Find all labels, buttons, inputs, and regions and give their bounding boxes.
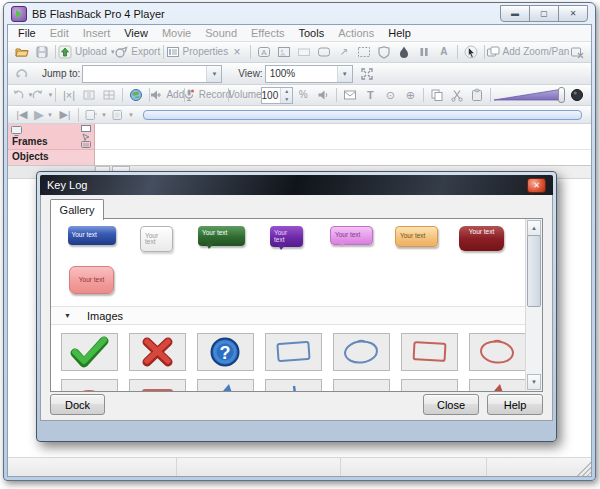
menu-item[interactable]: Insert [76, 26, 118, 40]
delete-object-button[interactable]: × [227, 44, 247, 60]
help-button[interactable]: Help [487, 394, 543, 415]
speed-slider[interactable] [494, 88, 562, 102]
add-blur-button[interactable] [394, 44, 414, 60]
callout-shape[interactable]: Your text [68, 226, 116, 245]
prev-frame-button[interactable]: ▼ [82, 107, 109, 123]
timeline-frames-row[interactable]: Frames [8, 124, 591, 150]
seek-bar[interactable] [143, 110, 582, 120]
minimize-button[interactable]: ▬ [500, 5, 530, 22]
menu-item[interactable]: Effects [244, 26, 291, 40]
record-sound-button[interactable]: Record [188, 87, 225, 103]
speed-reset-button[interactable] [567, 87, 587, 103]
gallery-image-cell[interactable] [333, 333, 390, 371]
jump-to-dropdown-button[interactable]: ▼ [206, 66, 221, 82]
maximize-button[interactable]: ▢ [529, 5, 559, 22]
gallery-image-cell[interactable] [401, 379, 458, 391]
timeline-objects-row[interactable]: Objects [8, 150, 591, 166]
menu-item[interactable]: Movie [155, 26, 198, 40]
next-frame-button[interactable]: ▼ [109, 107, 136, 123]
menu-item[interactable]: Help [381, 26, 418, 40]
cut-frames-button[interactable] [447, 87, 467, 103]
tab-gallery[interactable]: Gallery [50, 199, 104, 220]
fullscreen-button[interactable] [357, 66, 377, 82]
gallery-image-cell[interactable] [265, 379, 322, 391]
gallery-scroll-thumb[interactable] [527, 235, 541, 307]
timeline-frames-header[interactable]: Frames [8, 124, 95, 150]
insert-frames-button[interactable] [99, 87, 119, 103]
add-frame-button[interactable] [314, 44, 334, 60]
close-button[interactable]: ✕ [558, 5, 588, 22]
menu-item[interactable]: File [11, 26, 43, 40]
play-button[interactable]: ▶▼ [32, 107, 55, 123]
speed-slider-handle[interactable] [558, 87, 565, 103]
add-sound-button[interactable]: Add [153, 87, 181, 103]
export-button[interactable]: Export [115, 44, 160, 60]
images-section-header[interactable]: ▼ Images [51, 306, 526, 325]
back-button[interactable] [12, 66, 32, 82]
add-framestamp-button[interactable] [354, 44, 374, 60]
menu-item[interactable]: View [117, 26, 155, 40]
add-note-button[interactable] [340, 87, 360, 103]
callout-shape[interactable]: Your text [330, 226, 373, 245]
view-zoom-combobox[interactable]: 100% ▼ [265, 65, 353, 83]
callout-shape[interactable]: Your text [69, 266, 114, 294]
go-to-end-button[interactable]: ▶| [55, 107, 75, 123]
gallery-image-cell[interactable] [197, 379, 254, 391]
add-watermark-button[interactable] [374, 44, 394, 60]
menu-item[interactable]: Tools [291, 26, 331, 40]
add-text-button[interactable]: T [360, 87, 380, 103]
add-highlight-button[interactable] [294, 44, 314, 60]
resize-grip[interactable] [577, 458, 591, 476]
zoom-out-effect-button[interactable]: ⊕ [400, 87, 420, 103]
redo-button[interactable]: ▼ [32, 87, 52, 103]
view-zoom-dropdown-button[interactable]: ▼ [337, 66, 352, 82]
callout-shape[interactable]: Your text [395, 226, 438, 247]
jump-to-combobox[interactable]: ▼ [82, 65, 222, 83]
callout-shape[interactable]: Your text [270, 226, 303, 247]
gallery-scrollbar[interactable]: ▲ ▼ [525, 219, 542, 391]
upload-button[interactable]: Upload▼ [59, 44, 115, 60]
gallery-image-cell[interactable] [265, 333, 322, 371]
add-image-button[interactable] [274, 44, 294, 60]
gallery-image-cell[interactable] [401, 333, 458, 371]
callout-shape[interactable]: Your text [459, 226, 504, 251]
copy-frames-button[interactable] [427, 87, 447, 103]
dialog-close-button[interactable]: ✕ [527, 178, 546, 193]
add-pause-button[interactable] [414, 44, 434, 60]
properties-button[interactable]: Properties [167, 44, 227, 60]
undo-button[interactable]: ▼ [12, 87, 32, 103]
gallery-image-cell[interactable] [333, 379, 390, 391]
scroll-down-button[interactable]: ▼ [527, 374, 541, 390]
open-movie-button[interactable] [12, 44, 32, 60]
gallery-image-cell[interactable] [61, 333, 118, 371]
gallery-image-cell[interactable] [129, 333, 186, 371]
select-frames-button[interactable] [79, 87, 99, 103]
scroll-up-button[interactable]: ▲ [527, 220, 541, 236]
paste-frames-button[interactable] [467, 87, 487, 103]
menu-item[interactable]: Sound [198, 26, 244, 40]
gallery-image-cell[interactable] [61, 379, 118, 391]
timeline-frames-track[interactable] [95, 124, 591, 150]
spinner-down-icon[interactable]: ▼ [281, 95, 292, 103]
save-movie-button[interactable] [32, 44, 52, 60]
select-mode-button[interactable] [461, 44, 481, 60]
dock-button[interactable]: Dock [50, 394, 105, 415]
menu-item[interactable]: Actions [331, 26, 381, 40]
mute-button[interactable] [313, 87, 333, 103]
gallery-image-cell[interactable] [469, 379, 526, 391]
add-textbox-button[interactable]: A [254, 44, 274, 60]
callout-shape[interactable]: Your text [198, 226, 245, 246]
go-to-start-button[interactable]: |◀ [12, 107, 32, 123]
remove-zoom-pan-button[interactable] [567, 44, 587, 60]
timeline-objects-header[interactable]: Objects [8, 150, 95, 165]
gallery-image-cell[interactable] [129, 379, 186, 391]
add-arrow-button[interactable]: ↗ [334, 44, 354, 60]
gallery-image-cell[interactable] [469, 333, 526, 371]
menu-item[interactable]: Edit [43, 26, 76, 40]
timeline-objects-track[interactable] [95, 150, 591, 165]
gallery-image-cell[interactable]: ? [197, 333, 254, 371]
add-zoom-pan-button[interactable]: Add Zoom/Pan [488, 44, 567, 60]
add-autoscroll-text-button[interactable]: A [434, 44, 454, 60]
close-dialog-button[interactable]: Close [423, 394, 479, 415]
volume-spinner[interactable]: 100 ▲▼ [261, 87, 294, 104]
